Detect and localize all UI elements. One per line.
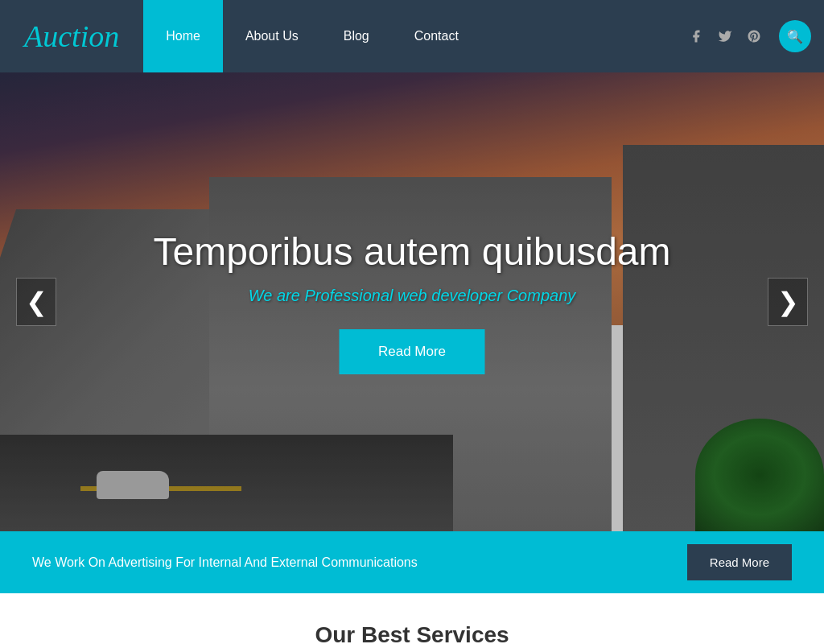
- facebook-icon[interactable]: [687, 27, 705, 45]
- social-icons: [671, 27, 779, 45]
- services-section: Our Best Services: [0, 593, 824, 644]
- nav-blog[interactable]: Blog: [321, 0, 392, 72]
- chevron-left-icon: ❮: [26, 287, 47, 317]
- chevron-right-icon: ❯: [777, 287, 799, 317]
- pinterest-icon[interactable]: [745, 27, 763, 45]
- twitter-icon[interactable]: [716, 27, 734, 45]
- hero-next-arrow[interactable]: ❯: [768, 278, 808, 326]
- search-icon: 🔍: [787, 29, 803, 44]
- nav-contact[interactable]: Contact: [392, 0, 481, 72]
- nav-home[interactable]: Home: [143, 0, 223, 72]
- banner-read-more-button[interactable]: Read More: [687, 544, 792, 580]
- navbar: Auction Home About Us Blog Contact 🔍: [0, 0, 824, 72]
- hero-cta-button[interactable]: Read More: [340, 329, 484, 374]
- hero-content: Temporibus autem quibusdam We are Profes…: [153, 229, 670, 374]
- hero-title: Temporibus autem quibusdam: [153, 229, 670, 274]
- hero-subtitle: We are Professional web developer Compan…: [153, 287, 670, 305]
- nav-links: Home About Us Blog Contact: [143, 0, 671, 72]
- nav-about[interactable]: About Us: [223, 0, 321, 72]
- search-button[interactable]: 🔍: [779, 20, 811, 52]
- banner-strip: We Work On Advertising For Internal And …: [0, 531, 824, 593]
- logo-area: Auction: [0, 19, 143, 54]
- logo: Auction: [24, 19, 119, 53]
- services-title: Our Best Services: [32, 622, 792, 644]
- banner-text: We Work On Advertising For Internal And …: [32, 553, 418, 572]
- hero-prev-arrow[interactable]: ❮: [16, 278, 56, 326]
- hero-slider: ❮ Temporibus autem quibusdam We are Prof…: [0, 72, 824, 531]
